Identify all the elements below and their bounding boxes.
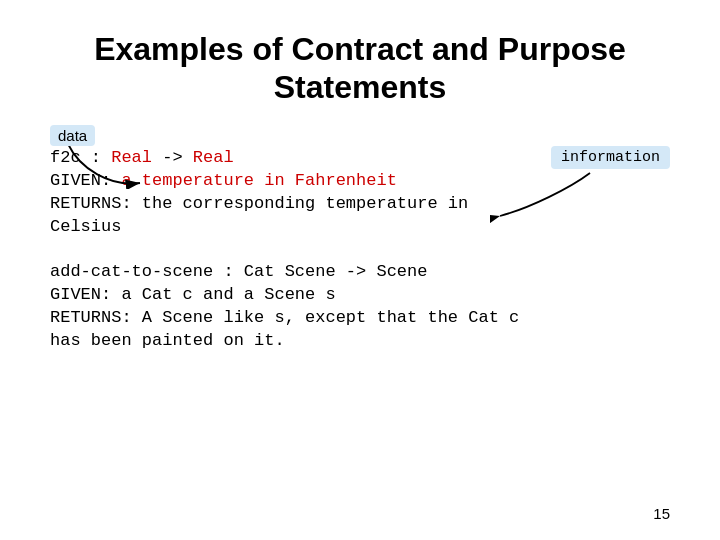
information-arrow-svg (490, 168, 610, 223)
page-number: 15 (653, 505, 670, 522)
given2-line: GIVEN: a Cat c and a Scene s (50, 285, 670, 304)
returns2-text2: has been painted on it. (50, 331, 285, 350)
data-badge: data (50, 125, 95, 146)
add-cat-line: add-cat-to-scene : Cat Scene -> Scene (50, 262, 670, 281)
returns2-text1: RETURNS: A Scene like s, except that the… (50, 308, 519, 327)
returns2-line1: RETURNS: A Scene like s, except that the… (50, 308, 670, 327)
returns2-line2: has been painted on it. (50, 331, 670, 350)
returns1-cont-text: Celsius (50, 217, 121, 236)
slide-title: Examples of Contract and Purpose Stateme… (50, 30, 670, 107)
information-badge: information (551, 146, 670, 169)
given2-keyword: GIVEN: a Cat c and a Scene s (50, 285, 336, 304)
title-line2: Statements (274, 69, 447, 105)
data-arrow-svg (40, 139, 200, 189)
add-cat-text: add-cat-to-scene : Cat Scene -> Scene (50, 262, 427, 281)
returns1-keyword: RETURNS: the corresponding temperature i… (50, 194, 468, 213)
slide-container: Examples of Contract and Purpose Stateme… (0, 0, 720, 540)
title-line1: Examples of Contract and Purpose (94, 31, 626, 67)
